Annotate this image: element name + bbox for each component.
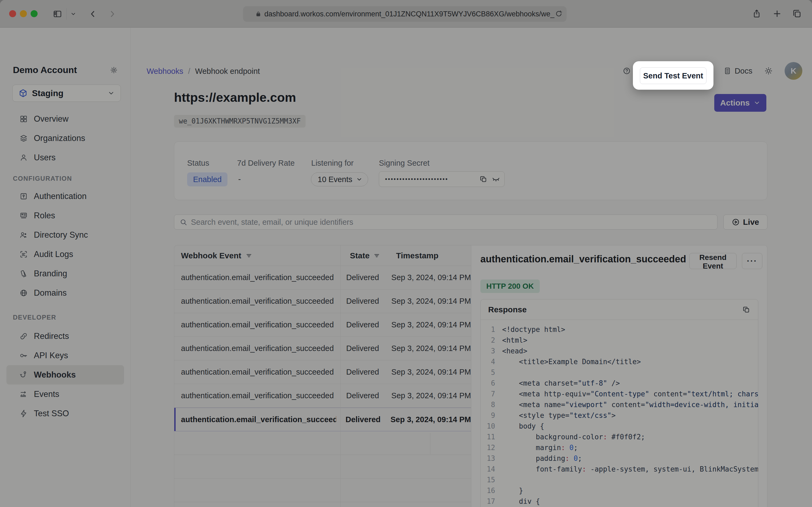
- cell-event: authentication.email_verification_succee…: [174, 344, 337, 353]
- column-timestamp[interactable]: Timestamp: [394, 251, 439, 260]
- sidebar-item-events[interactable]: Events: [6, 385, 124, 404]
- cell-state: Delivered: [336, 415, 389, 424]
- sidebar-item-api-keys[interactable]: API Keys: [6, 346, 124, 365]
- filter-icon[interactable]: [373, 252, 380, 259]
- listening-for-label: Listening for: [311, 159, 354, 168]
- event-detail-panel: authentication.email_verification_succee…: [471, 245, 767, 507]
- cell-timestamp: Sep 3, 2024, 09:14 PM: [389, 368, 471, 377]
- listening-for-dropdown[interactable]: 10 Events: [311, 172, 368, 186]
- code-line: 3<head>: [484, 346, 758, 356]
- minimize-window-button[interactable]: [20, 10, 27, 17]
- sidebar-item-test-sso[interactable]: Test SSO: [6, 404, 124, 423]
- breadcrumb: Webhooks / Webhook endpoint: [147, 67, 260, 76]
- signing-secret-label: Signing Secret: [379, 159, 429, 168]
- more-options-button[interactable]: ···: [742, 253, 762, 269]
- back-icon[interactable]: [89, 10, 97, 18]
- signing-secret-value: ••••••••••••••••••••••: [385, 176, 479, 183]
- sidebar-item-authentication[interactable]: Authentication: [6, 187, 124, 206]
- table-row[interactable]: authentication.email_verification_succee…: [174, 360, 471, 384]
- table-header: Webhook Event State Timestamp: [174, 245, 471, 266]
- hook-icon: [19, 371, 28, 379]
- cell-timestamp: Sep 3, 2024, 09:14 PM: [389, 320, 471, 329]
- send-test-event-button[interactable]: Send Test Event: [640, 67, 706, 84]
- forward-icon[interactable]: [108, 10, 117, 18]
- cube-icon: [18, 89, 27, 98]
- cell-timestamp: Sep 3, 2024, 09:14 PM: [389, 297, 471, 305]
- sidebar-item-label: Domains: [34, 288, 67, 298]
- address-bar[interactable]: dashboard.workos.com/environment_01J1ZNC…: [243, 6, 567, 22]
- table-row-empty: [174, 455, 471, 478]
- share-icon[interactable]: [752, 9, 761, 18]
- table-row[interactable]: authentication.email_verification_succee…: [174, 289, 471, 313]
- cell-timestamp: Sep 3, 2024, 09:14 PM: [389, 391, 471, 400]
- live-button[interactable]: Live: [723, 215, 767, 230]
- sidebar-chevron-down-icon[interactable]: [70, 11, 76, 17]
- environment-switcher[interactable]: Staging: [12, 84, 121, 102]
- audit-icon: [19, 250, 28, 259]
- column-state[interactable]: State: [341, 251, 394, 260]
- sidebar-item-domains[interactable]: Domains: [6, 283, 124, 303]
- table-row-empty: [174, 502, 471, 507]
- breadcrumb-webhooks-link[interactable]: Webhooks: [147, 67, 183, 76]
- sidebar-item-overview[interactable]: Overview: [6, 109, 124, 129]
- lock-icon: [255, 11, 262, 17]
- table-row[interactable]: authentication.email_verification_succee…: [174, 408, 471, 431]
- eye-off-icon[interactable]: [491, 175, 501, 184]
- code-line: 5: [484, 367, 758, 378]
- sidebar-item-users[interactable]: Users: [6, 148, 124, 167]
- gear-icon[interactable]: [110, 66, 118, 74]
- response-box: Response 1<!doctype html>2<html>3<head>4…: [480, 299, 758, 507]
- actions-button[interactable]: Actions: [714, 94, 766, 112]
- cell-event: authentication.email_verification_succee…: [174, 320, 337, 329]
- sidebar-item-audit-logs[interactable]: Audit Logs: [6, 245, 124, 264]
- status-label: Status: [187, 159, 209, 168]
- table-row[interactable]: authentication.email_verification_succee…: [174, 384, 471, 408]
- section-developer: DEVELOPER: [0, 314, 130, 321]
- cell-event: authentication.email_verification_succee…: [174, 273, 337, 282]
- cell-timestamp: Sep 3, 2024, 09:14 PM: [389, 344, 471, 353]
- environment-name: Staging: [32, 88, 103, 98]
- filter-icon[interactable]: [245, 252, 252, 259]
- cell-event: authentication.email_verification_succee…: [174, 391, 337, 400]
- section-configuration: CONFIGURATION: [0, 175, 130, 182]
- search-input[interactable]: [191, 218, 712, 227]
- sidebar-item-directory-sync[interactable]: Directory Sync: [6, 225, 124, 245]
- sidebar-nav-developer: RedirectsAPI KeysWebhooksEventsTest SSO: [0, 327, 130, 423]
- code-line: 17 div {: [484, 496, 758, 507]
- theme-sun-icon[interactable]: [764, 67, 773, 75]
- maximize-window-button[interactable]: [31, 10, 38, 17]
- sidebar-toggle-icon[interactable]: [53, 9, 62, 19]
- search-bar: [174, 215, 717, 230]
- layers-icon: [19, 134, 28, 143]
- docs-link[interactable]: Docs: [723, 67, 752, 75]
- grid-icon: [19, 115, 28, 123]
- bolt-icon: [19, 409, 28, 418]
- table-row[interactable]: authentication.email_verification_succee…: [174, 266, 471, 289]
- table-row[interactable]: authentication.email_verification_succee…: [174, 313, 471, 337]
- new-tab-icon[interactable]: [772, 9, 782, 18]
- copy-icon[interactable]: [742, 305, 751, 314]
- avatar[interactable]: K: [785, 62, 802, 80]
- question-icon: [623, 67, 631, 75]
- tabs-overview-icon[interactable]: [792, 9, 802, 19]
- table-row[interactable]: authentication.email_verification_succee…: [174, 337, 471, 360]
- sidebar-item-organizations[interactable]: Organizations: [6, 129, 124, 148]
- screen: { "browser": { "url": "dashboard.workos.…: [0, 0, 812, 507]
- refresh-icon[interactable]: [555, 10, 563, 18]
- copy-icon[interactable]: [479, 175, 487, 183]
- sidebar-item-webhooks[interactable]: Webhooks: [6, 365, 124, 385]
- response-code[interactable]: 1<!doctype html>2<html>3<head>4 <title>E…: [481, 320, 758, 507]
- sidebar-item-roles[interactable]: Roles: [6, 206, 124, 225]
- sidebar-item-label: Redirects: [34, 331, 69, 341]
- code-line: 8 <meta name="viewport" content="width=d…: [484, 399, 758, 410]
- resend-event-button[interactable]: Resend Event: [689, 253, 737, 269]
- sidebar-item-branding[interactable]: Branding: [6, 264, 124, 283]
- browser-chrome: dashboard.workos.com/environment_01J1ZNC…: [0, 0, 812, 27]
- sidebar-item-label: API Keys: [34, 351, 68, 360]
- code-line: 7 <meta http-equiv="Content-type" conten…: [484, 389, 758, 399]
- chevron-down-icon: [108, 90, 115, 97]
- sidebar-item-label: Authentication: [34, 191, 86, 201]
- close-window-button[interactable]: [9, 10, 16, 17]
- sidebar-item-redirects[interactable]: Redirects: [6, 327, 124, 346]
- column-webhook-event[interactable]: Webhook Event: [174, 251, 341, 260]
